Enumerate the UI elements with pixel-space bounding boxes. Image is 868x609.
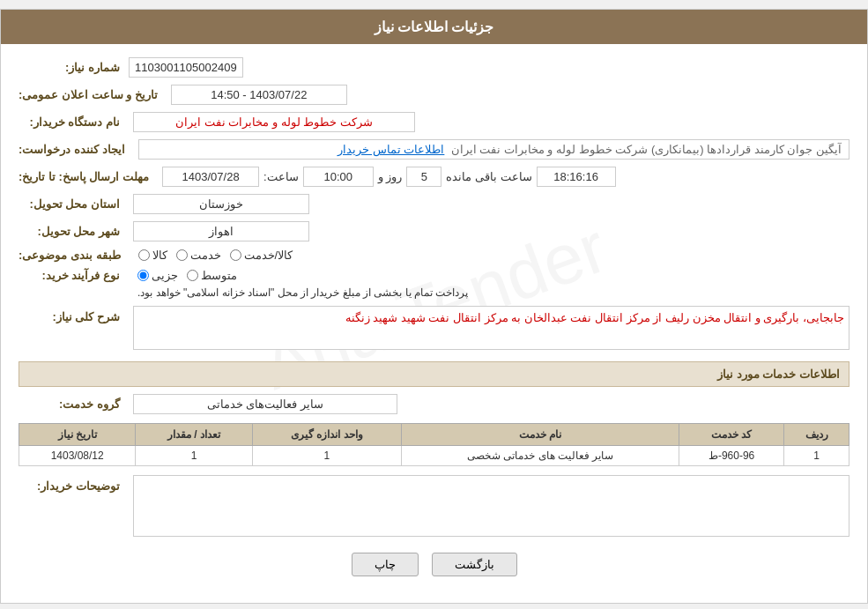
buttons-row: بازگشت چاپ — [19, 553, 849, 590]
etelaaat-tamas-link[interactable]: اطلاعات تماس خریدار — [338, 143, 444, 156]
sharh-label: شرح کلی نیاز: — [19, 310, 124, 323]
kala-label: کالا — [152, 249, 167, 262]
cell-radif: 1 — [784, 446, 849, 466]
bazgasht-button[interactable]: بازگشت — [432, 553, 517, 576]
gorohe-khadamat-value: سایر فعالیت‌های خدماتی — [133, 394, 397, 414]
tarikh-elan-label: تاریخ و ساعت اعلان عمومی: — [19, 88, 162, 101]
cell-kod: 960-96-ط — [679, 446, 784, 466]
khedmat-option: خدمت — [176, 249, 221, 262]
ijad-konande-value: آیگین جوان کارمند قراردادها (بیمانکاری) … — [138, 139, 849, 160]
cell-tarikh: 1403/08/12 — [19, 446, 136, 466]
cell-nam: سایر فعالیت های خدماتی شخصی — [402, 446, 679, 466]
nam-dastgah-value: شرکت خطوط لوله و مخابرات نفت ایران — [133, 112, 415, 132]
kala-khedmat-option: کالا/خدمت — [230, 249, 293, 262]
col-radif: ردیف — [784, 424, 849, 446]
shomara-niaz-label: شماره نیاز: — [19, 61, 124, 74]
col-vahed: واحد اندازه گیری — [252, 424, 401, 446]
col-nam: نام خدمت — [402, 424, 679, 446]
table-row: 1 960-96-ط سایر فعالیت های خدماتی شخصی 1… — [19, 446, 849, 466]
cell-vahed: 1 — [252, 446, 401, 466]
khadamat-table-section: ردیف کد خدمت نام خدمت واحد اندازه گیری ت… — [19, 423, 849, 466]
roz-value: 5 — [406, 167, 441, 187]
tawzihat-textarea[interactable] — [133, 475, 849, 537]
motavaset-option: متوسط — [187, 269, 237, 282]
jozyi-radio[interactable] — [137, 270, 149, 281]
baqi-mande-label: ساعت باقی مانده — [446, 170, 531, 183]
nam-dastgah-label: نام دستگاه خریدار: — [19, 115, 124, 129]
page-title: جزئیات اطلاعات نیاز — [1, 10, 867, 44]
shahr-value: اهواز — [133, 221, 309, 241]
mohlat-label: مهلت ارسال پاسخ: تا تاریخ: — [19, 170, 153, 183]
tabaqe-radio-group: کالا/خدمت خدمت کالا — [138, 249, 293, 262]
shomara-niaz-value: 1103001105002409 — [129, 57, 243, 78]
motavaset-radio[interactable] — [187, 270, 198, 281]
col-tarikh: تاریخ نیاز — [19, 424, 136, 446]
noue-label: نوع فرآیند خرید: — [19, 269, 124, 282]
kala-khedmat-radio[interactable] — [230, 249, 241, 261]
jozyi-label: جزیی — [152, 269, 178, 282]
kala-option: کالا — [138, 249, 167, 262]
noue-note: پرداخت تمام یا بخشی از مبلغ خریدار از مح… — [137, 286, 468, 299]
khadamat-table: ردیف کد خدمت نام خدمت واحد اندازه گیری ت… — [19, 423, 849, 466]
khadamat-section-header: اطلاعات خدمات مورد نیاز — [19, 361, 849, 387]
ostan-value: خوزستان — [133, 194, 309, 214]
ijad-konande-label: ایجاد کننده درخواست: — [19, 143, 130, 156]
saat-label: ساعت: — [263, 170, 299, 183]
saat-value: 10:00 — [303, 167, 374, 187]
cell-tedad: 1 — [136, 446, 252, 466]
roz-label: روز و — [378, 170, 403, 183]
chap-button[interactable]: چاپ — [352, 553, 419, 576]
khedmat-label: خدمت — [190, 249, 221, 262]
sharh-textarea[interactable]: جابجایی، بارگیری و انتقال مخزن رلیف از م… — [133, 306, 849, 350]
noue-radio-group: متوسط جزیی — [137, 269, 237, 282]
kala-khedmat-label: کالا/خدمت — [244, 249, 293, 262]
ostan-label: استان محل تحویل: — [19, 197, 124, 211]
jozyi-option: جزیی — [137, 269, 178, 282]
gorohe-khadamat-label: گروه خدمت: — [19, 397, 124, 411]
col-tedad: تعداد / مقدار — [136, 424, 252, 446]
khedmat-radio[interactable] — [176, 249, 188, 261]
shahr-label: شهر محل تحویل: — [19, 225, 124, 238]
baqi-mande-value: 18:16:16 — [537, 167, 616, 187]
col-kod: کد خدمت — [679, 424, 784, 446]
tarikh-value: 1403/07/28 — [162, 167, 259, 187]
tawzihat-label: توضیحات خریدار: — [19, 479, 124, 493]
motavaset-label: متوسط — [201, 269, 237, 282]
tabaqe-label: طبقه بندی موضوعی: — [19, 249, 125, 262]
kala-radio[interactable] — [138, 249, 150, 261]
tarikh-elan-value: 1403/07/22 - 14:50 — [171, 85, 347, 105]
